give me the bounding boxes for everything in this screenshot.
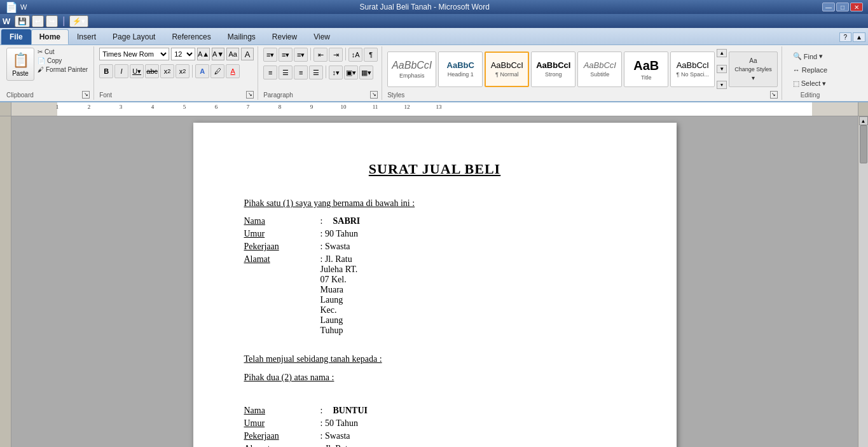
style-no-spacing[interactable]: AaBbCcI ¶ No Spaci...: [670, 52, 715, 87]
clear-format-button[interactable]: A: [241, 48, 254, 60]
find-arrow: ▾: [819, 52, 823, 60]
paragraph-controls: ≡▾ ≡▾ ≡▾ ⇤ ⇥ ↕A ¶ ≡ ☰ ≡ ☰ ↕▾ ▣▾ ▦▾: [263, 48, 378, 90]
align-left-button[interactable]: ≡: [263, 65, 277, 79]
decrease-indent-button[interactable]: ⇤: [313, 48, 327, 62]
ruler: 1 2 3 4 5 6 7 8 9 10 11 12 13: [0, 102, 868, 116]
strikethrough-button[interactable]: abc: [145, 64, 159, 78]
find-button[interactable]: 🔍 Find ▾: [787, 50, 833, 62]
title-bar: 📄 W Surat Jual Beli Tanah - Microsoft Wo…: [0, 0, 868, 14]
ribbon: 📋 Paste ✂ Cut 📄 Copy 🖌 Format Painter: [0, 45, 868, 102]
close-button[interactable]: ✕: [850, 3, 863, 11]
tab-references[interactable]: References: [163, 29, 219, 45]
minimize-button[interactable]: —: [822, 3, 835, 11]
gallery-scroll-down[interactable]: ▼: [717, 65, 727, 73]
multilevel-button[interactable]: ≡▾: [294, 48, 308, 62]
styles-content: AaBbCcI Emphasis AaBbC Heading 1 AaBbCcI…: [387, 48, 778, 90]
font-color-button[interactable]: A: [226, 64, 240, 78]
tab-file[interactable]: File: [1, 29, 31, 45]
undo-qat-button[interactable]: ↩: [32, 15, 44, 27]
clipboard-group: 📋 Paste ✂ Cut 📄 Copy 🖌 Format Painter: [3, 46, 94, 100]
scroll-track[interactable]: [859, 125, 868, 447]
tab-mailings[interactable]: Mailings: [219, 29, 264, 45]
bullets-button[interactable]: ≡▾: [263, 48, 277, 62]
tab-home[interactable]: Home: [31, 29, 69, 45]
tab-review[interactable]: Review: [264, 29, 305, 45]
sort-button[interactable]: ↕A: [348, 48, 362, 62]
grow-font-button[interactable]: A▲: [197, 48, 210, 60]
justify-button[interactable]: ☰: [309, 65, 323, 79]
styles-expand-button[interactable]: ↘: [770, 91, 778, 99]
replace-button[interactable]: ↔ Replace: [787, 64, 833, 76]
paragraph-group-footer: Paragraph ↘: [263, 90, 378, 99]
borders-button[interactable]: ▦▾: [359, 65, 373, 79]
gallery-scroll-up[interactable]: ▲: [717, 49, 727, 57]
ruler-right-margin: [812, 102, 858, 116]
redo-qat-button[interactable]: ↪: [46, 15, 58, 27]
font-size-select[interactable]: 12: [171, 48, 195, 60]
ribbon-help-button[interactable]: ?: [839, 32, 852, 42]
party1-alamat-value: : Jl. Ratu Juleha RT. 07 Kel. Muara Laun…: [320, 253, 361, 337]
italic-button[interactable]: I: [114, 64, 128, 78]
copy-button[interactable]: 📄 Copy: [36, 57, 90, 65]
format-painter-button[interactable]: 🖌 Format Painter: [36, 65, 90, 74]
style-subtitle[interactable]: AaBbCcI Subtitle: [577, 52, 622, 87]
paste-label: Paste: [12, 70, 29, 77]
party1-nama-row: Nama : SABRI: [244, 215, 361, 228]
style-heading1[interactable]: AaBbC Heading 1: [438, 52, 483, 87]
underline-button[interactable]: U▾: [130, 64, 144, 78]
clipboard-expand-button[interactable]: ↘: [82, 91, 90, 99]
paste-button[interactable]: 📋 Paste: [6, 48, 34, 81]
numbering-button[interactable]: ≡▾: [279, 48, 293, 62]
bold-button[interactable]: B: [99, 64, 113, 78]
customize-qat-button[interactable]: ⚡▾: [69, 15, 88, 27]
document-scroll-area[interactable]: SURAT JUAL BELI Pihak satu (1) saya yang…: [11, 116, 858, 447]
style-title[interactable]: AaB Title: [624, 52, 668, 87]
line-spacing-button[interactable]: ↕▾: [329, 65, 343, 79]
font-separator: [192, 65, 193, 78]
change-case-button[interactable]: Aa: [226, 48, 239, 60]
party1-nama-label: Nama: [244, 215, 320, 228]
party1-pekerjaan-value: : Swasta: [320, 240, 361, 253]
paragraph-expand-button[interactable]: ↘: [370, 91, 378, 99]
clipboard-content: 📋 Paste ✂ Cut 📄 Copy 🖌 Format Painter: [6, 48, 90, 90]
ribbon-minimize-button[interactable]: ▲: [853, 32, 865, 42]
party1-alamat-label: Alamat: [244, 253, 320, 337]
shrink-font-button[interactable]: A▼: [212, 48, 224, 60]
tab-insert[interactable]: Insert: [69, 29, 104, 45]
font-expand-button[interactable]: ↘: [246, 91, 254, 99]
party1-nama-colon: :: [320, 215, 333, 228]
party2-nama-label: Nama: [244, 404, 320, 417]
maximize-button[interactable]: □: [836, 3, 849, 11]
party1-umur-label: Umur: [244, 228, 320, 240]
align-center-button[interactable]: ☰: [279, 65, 293, 79]
align-right-button[interactable]: ≡: [294, 65, 308, 79]
app-icon: 📄 W: [5, 1, 27, 13]
paste-icon: 📋: [12, 52, 29, 69]
change-styles-button[interactable]: Aa Change Styles ▾: [729, 52, 778, 87]
text-effects-button[interactable]: A: [195, 64, 209, 78]
scroll-up-button[interactable]: ▲: [859, 116, 868, 125]
superscript-button[interactable]: x2: [176, 64, 189, 78]
font-family-select[interactable]: Times New Rom: [99, 48, 169, 60]
tab-page-layout[interactable]: Page Layout: [104, 29, 163, 45]
save-qat-button[interactable]: 💾: [15, 15, 30, 27]
style-normal[interactable]: AaBbCcI ¶ Normal: [485, 52, 529, 87]
vertical-scrollbar[interactable]: ▲ ▼: [858, 116, 868, 447]
party1-pekerjaan-row: Pekerjaan : Swasta: [244, 240, 361, 253]
scroll-thumb[interactable]: [860, 125, 867, 163]
bridge1-paragraph: Telah menjual sebidang tanah kepada :: [244, 352, 626, 366]
subscript-button[interactable]: x2: [160, 64, 174, 78]
show-marks-button[interactable]: ¶: [364, 48, 378, 62]
style-emphasis[interactable]: AaBbCcI Emphasis: [387, 52, 436, 87]
shading-button[interactable]: ▣▾: [344, 65, 358, 79]
text-highlight-button[interactable]: 🖊: [210, 64, 224, 78]
increase-indent-button[interactable]: ⇥: [329, 48, 343, 62]
tab-view[interactable]: View: [305, 29, 338, 45]
gallery-expand[interactable]: ▾: [717, 81, 727, 89]
style-strong[interactable]: AaBbCcI Strong: [531, 52, 575, 87]
ruler-label-10: 11: [373, 104, 378, 110]
window-controls[interactable]: — □ ✕: [822, 3, 863, 11]
cut-button[interactable]: ✂ Cut: [36, 48, 90, 56]
ruler-label-1: 2: [88, 104, 91, 110]
select-button[interactable]: ⬚ Select ▾: [787, 78, 833, 90]
